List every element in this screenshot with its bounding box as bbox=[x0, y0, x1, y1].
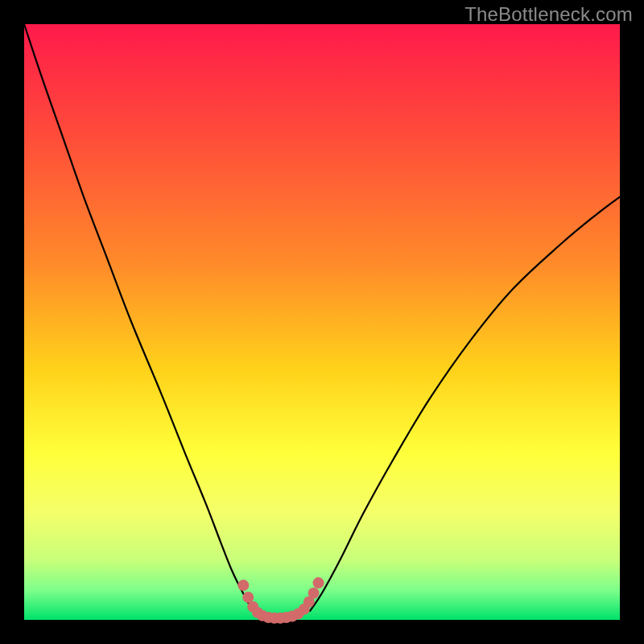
highlight-trough-dot bbox=[242, 592, 254, 603]
highlight-trough-dot bbox=[313, 577, 324, 588]
bottleneck-chart bbox=[0, 0, 644, 644]
plot-background bbox=[24, 24, 620, 620]
highlight-trough-dot bbox=[308, 588, 320, 599]
highlight-trough-dot bbox=[237, 580, 249, 591]
chart-frame: { "watermark": "TheBottleneck.com", "cha… bbox=[0, 0, 644, 644]
